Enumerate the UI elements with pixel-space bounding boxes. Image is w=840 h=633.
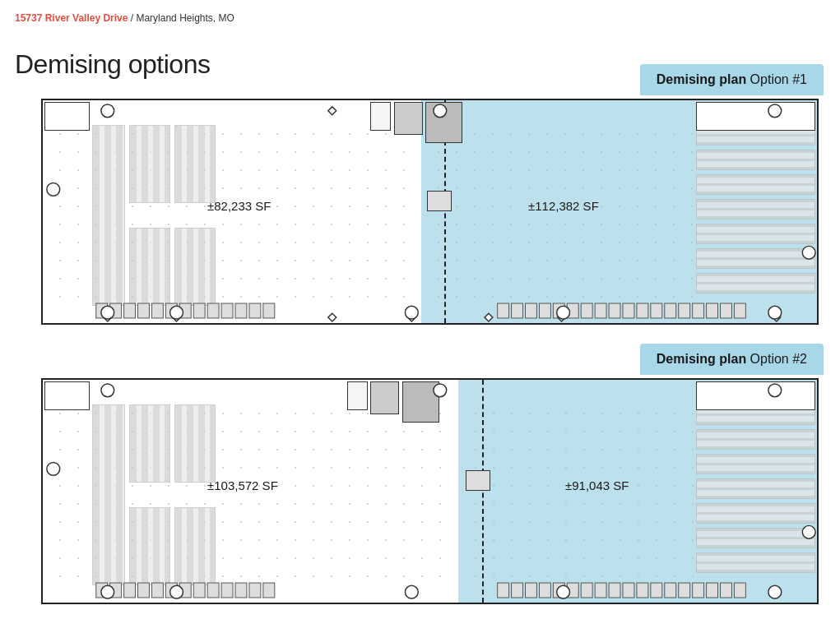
- svg-point-49: [405, 306, 418, 319]
- breadcrumb: 15737 River Valley Drive / Maryland Heig…: [15, 12, 234, 24]
- svg-point-94: [47, 463, 60, 476]
- svg-point-48: [170, 306, 183, 319]
- breadcrumb-separator: / Maryland Heights, MO: [128, 12, 234, 24]
- address-link[interactable]: 15737 River Valley Drive: [15, 12, 128, 24]
- svg-marker-38: [328, 313, 336, 321]
- svg-point-47: [101, 306, 114, 319]
- svg-point-90: [405, 585, 418, 598]
- svg-point-85: [101, 384, 114, 397]
- svg-point-92: [768, 585, 782, 598]
- svg-point-51: [768, 306, 782, 319]
- page-title: Demising options: [15, 49, 210, 80]
- floor-plan-2: ±103,572 SF ±91,043 SF: [41, 378, 819, 604]
- plan-badge-2-label: Demising plan: [657, 352, 746, 366]
- plan-badge-2: Demising plan Option #2: [640, 344, 824, 375]
- plan-badge-1: Demising plan Option #1: [640, 64, 824, 95]
- overhead-markers-2: [43, 380, 817, 603]
- svg-point-91: [557, 585, 570, 598]
- svg-marker-40: [485, 313, 493, 321]
- floor-plan-1: ±82,233 SF ±112,382 SF: [41, 99, 819, 325]
- svg-point-46: [768, 104, 782, 118]
- svg-point-44: [101, 104, 114, 118]
- svg-point-88: [101, 585, 114, 598]
- overhead-markers-1: [43, 100, 817, 323]
- svg-point-87: [768, 384, 782, 397]
- svg-point-52: [802, 246, 815, 259]
- svg-point-93: [802, 525, 815, 538]
- svg-point-89: [170, 585, 183, 598]
- svg-marker-32: [328, 107, 336, 115]
- svg-point-45: [434, 104, 447, 118]
- plan-badge-1-label: Demising plan: [657, 72, 746, 86]
- svg-point-86: [434, 384, 447, 397]
- plan-badge-1-option: Option #1: [750, 72, 807, 86]
- plan-badge-2-option: Option #2: [750, 352, 807, 366]
- svg-point-53: [47, 183, 60, 196]
- svg-point-50: [557, 306, 570, 319]
